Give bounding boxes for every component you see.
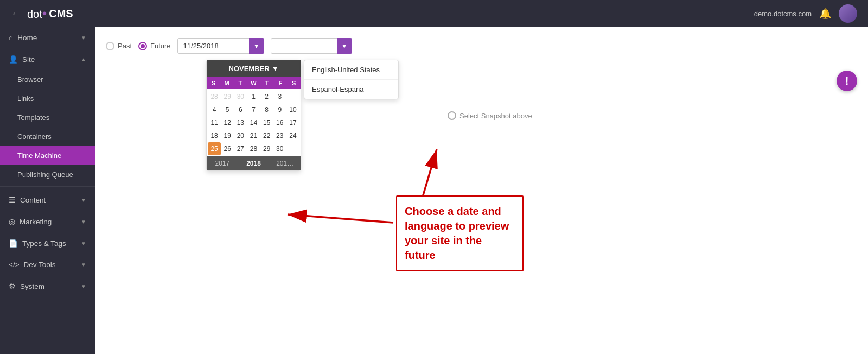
month-label: NOVEMBER bbox=[229, 65, 270, 73]
cal-day[interactable]: 12 bbox=[221, 116, 234, 129]
radio-past[interactable]: Past bbox=[106, 42, 132, 50]
cal-day[interactable]: 3 bbox=[273, 90, 286, 103]
sidebar-label-site: Site bbox=[22, 55, 35, 64]
lang-dropdown-button[interactable]: ▼ bbox=[337, 38, 352, 54]
cal-day[interactable]: 13 bbox=[234, 116, 247, 129]
main-layout: ⌂ Home ▼ 👤 Site ▲ Browser Links Template… bbox=[0, 27, 868, 354]
bell-icon[interactable]: 🔔 bbox=[819, 8, 831, 20]
cal-day[interactable]: 23 bbox=[273, 129, 286, 142]
radio-circle-future bbox=[138, 42, 147, 50]
sidebar-item-browser[interactable]: Browser bbox=[0, 70, 95, 89]
cal-day[interactable]: 28 bbox=[208, 90, 221, 103]
calendar-dow-row: S M T W T F S bbox=[207, 77, 301, 89]
sidebar-item-types-tags[interactable]: 📄 Types & Tags ▼ bbox=[0, 232, 95, 254]
snapshot-hint: Select Snapshot above bbox=[448, 111, 532, 120]
year-2017[interactable]: 2017 bbox=[207, 156, 238, 170]
top-header: ← dot• CMS demo.dotcms.com 🔔 bbox=[0, 0, 868, 27]
avatar[interactable] bbox=[839, 4, 857, 23]
sidebar-label-dev-tools: Dev Tools bbox=[24, 261, 56, 269]
cal-day[interactable]: 18 bbox=[208, 129, 221, 142]
radio-future-label: Future bbox=[150, 42, 171, 50]
cal-day[interactable]: 28 bbox=[247, 142, 260, 155]
year-2019[interactable]: 201… bbox=[269, 156, 301, 170]
sidebar-item-system[interactable]: ⚙ System ▼ bbox=[0, 275, 95, 297]
cal-day[interactable]: 15 bbox=[260, 116, 273, 129]
chevron-icon: ▼ bbox=[81, 219, 86, 225]
chevron-icon: ▼ bbox=[81, 241, 86, 246]
cal-day[interactable]: 27 bbox=[234, 142, 247, 155]
svg-line-2 bbox=[288, 214, 393, 223]
lang-input-wrapper: ▼ bbox=[271, 38, 352, 54]
cal-day[interactable]: 16 bbox=[273, 116, 286, 129]
cal-day[interactable]: 9 bbox=[273, 103, 286, 116]
sidebar-label-system: System bbox=[20, 282, 44, 290]
cal-day[interactable] bbox=[286, 90, 299, 103]
lang-option-english[interactable]: English-United States bbox=[304, 60, 398, 79]
sidebar-item-containers[interactable]: Containers bbox=[0, 127, 95, 146]
sidebar-item-templates[interactable]: Templates bbox=[0, 108, 95, 127]
cal-day[interactable]: 2 bbox=[260, 90, 273, 103]
sidebar: ⌂ Home ▼ 👤 Site ▲ Browser Links Template… bbox=[0, 27, 95, 354]
sidebar-item-home[interactable]: ⌂ Home ▼ bbox=[0, 27, 95, 48]
sidebar-label-types-tags: Types & Tags bbox=[22, 239, 66, 248]
cal-day[interactable]: 14 bbox=[247, 116, 260, 129]
radio-circle-past bbox=[106, 42, 114, 50]
cal-day[interactable]: 19 bbox=[221, 129, 234, 142]
annotation-box: Choose a date and language to preview yo… bbox=[396, 195, 524, 271]
dow-tue: T bbox=[233, 77, 247, 89]
sidebar-item-dev-tools[interactable]: </> Dev Tools ▼ bbox=[0, 254, 95, 275]
annotation-text: Choose a date and language to preview yo… bbox=[405, 204, 515, 263]
fab-button[interactable]: ! bbox=[837, 71, 857, 91]
sidebar-item-site[interactable]: 👤 Site ▲ bbox=[0, 48, 95, 70]
year-2018[interactable]: 2018 bbox=[238, 156, 270, 170]
sidebar-item-links[interactable]: Links bbox=[0, 89, 95, 108]
cal-day[interactable]: 29 bbox=[260, 142, 273, 155]
cal-day[interactable]: 10 bbox=[286, 103, 299, 116]
date-dropdown-button[interactable]: ▼ bbox=[249, 38, 264, 54]
cal-day-today[interactable]: 25 bbox=[208, 142, 221, 155]
month-chevron-icon: ▼ bbox=[272, 65, 279, 73]
snapshot-hint-text: Select Snapshot above bbox=[459, 112, 532, 120]
calendar-header: NOVEMBER ▼ bbox=[207, 60, 301, 77]
cal-day[interactable]: 5 bbox=[221, 103, 234, 116]
calendar-year-row: 2017 2018 201… bbox=[207, 156, 301, 170]
month-selector[interactable]: NOVEMBER ▼ bbox=[229, 65, 279, 73]
radio-future[interactable]: Future bbox=[138, 42, 171, 50]
cal-day[interactable]: 7 bbox=[247, 103, 260, 116]
back-button[interactable]: ← bbox=[11, 8, 21, 20]
lang-option-espanol[interactable]: Espanol-Espana bbox=[304, 79, 398, 99]
cal-day[interactable]: 21 bbox=[247, 129, 260, 142]
cal-day[interactable]: 22 bbox=[260, 129, 273, 142]
dow-thu: T bbox=[260, 77, 274, 89]
sidebar-label-home: Home bbox=[17, 34, 37, 42]
cal-day[interactable]: 20 bbox=[234, 129, 247, 142]
sidebar-item-marketing[interactable]: ◎ Marketing ▼ bbox=[0, 211, 95, 232]
marketing-icon: ◎ bbox=[9, 217, 15, 226]
dow-fri: F bbox=[274, 77, 288, 89]
cal-day[interactable]: 26 bbox=[221, 142, 234, 155]
sidebar-item-content[interactable]: ☰ Content ▼ bbox=[0, 189, 95, 211]
radio-past-label: Past bbox=[118, 42, 132, 50]
sidebar-item-time-machine[interactable]: Time Machine bbox=[0, 146, 95, 165]
cal-day[interactable]: 6 bbox=[234, 103, 247, 116]
calendar-days: 28 29 30 1 2 3 4 5 6 7 8 9 10 11 12 13 1… bbox=[207, 89, 301, 156]
dow-wed: W bbox=[247, 77, 260, 89]
sidebar-item-publishing-queue[interactable]: Publishing Queue bbox=[0, 165, 95, 184]
cal-day[interactable] bbox=[286, 142, 299, 155]
chevron-icon: ▼ bbox=[81, 283, 86, 289]
cal-day[interactable]: 11 bbox=[208, 116, 221, 129]
cal-day[interactable]: 29 bbox=[221, 90, 234, 103]
time-machine-controls: Past Future ▼ ▼ bbox=[106, 38, 857, 54]
chevron-icon: ▼ bbox=[81, 262, 86, 268]
cal-day[interactable]: 1 bbox=[247, 90, 260, 103]
cal-day[interactable]: 30 bbox=[234, 90, 247, 103]
logo-dot-accent: • bbox=[42, 6, 47, 21]
cal-day[interactable]: 24 bbox=[286, 129, 299, 142]
divider bbox=[0, 186, 95, 187]
cal-day[interactable]: 17 bbox=[286, 116, 299, 129]
cal-day[interactable]: 30 bbox=[273, 142, 286, 155]
cal-day[interactable]: 8 bbox=[260, 103, 273, 116]
sidebar-label-marketing: Marketing bbox=[20, 218, 52, 226]
home-icon: ⌂ bbox=[9, 34, 13, 42]
cal-day[interactable]: 4 bbox=[208, 103, 221, 116]
